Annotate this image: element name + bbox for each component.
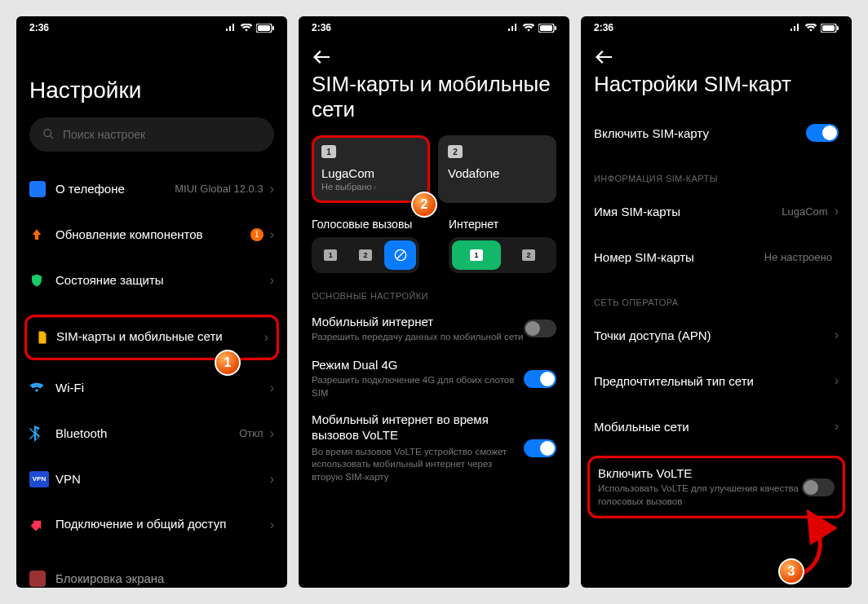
chevron-right-icon: › (835, 204, 839, 218)
row-enable-volte[interactable]: Включить VoLTE Использовать VoLTE для ул… (587, 456, 845, 518)
back-button[interactable] (594, 47, 613, 67)
sim-card-1[interactable]: 1 LugaCom Не выбрано› (312, 135, 430, 203)
row-sim-number[interactable]: Номер SIM-карты Не настроено (594, 234, 839, 280)
volte-data-toggle[interactable] (524, 439, 556, 457)
row-label: Включить SIM-карту (594, 126, 806, 140)
row-vpn[interactable]: VPN VPN › (29, 456, 274, 502)
page-title: SIM-карты и мобильные сети (312, 72, 556, 122)
data-sim-selector[interactable]: 1 2 (449, 237, 556, 273)
status-bar: 2:36 (16, 16, 287, 39)
update-icon (29, 227, 44, 242)
svg-rect-1 (258, 25, 270, 31)
chevron-right-icon: › (270, 518, 274, 532)
row-label: Состояние защиты (55, 273, 270, 287)
sim-sub: Не выбрано› (321, 182, 420, 192)
svg-rect-2 (272, 26, 274, 30)
row-lockscreen[interactable]: Блокировка экрана (29, 556, 274, 588)
signal-icon (225, 24, 237, 32)
sim-slot-badge: 1 (321, 145, 336, 158)
voice-sim-1[interactable]: 1 (315, 240, 347, 270)
back-arrow-icon (596, 51, 612, 64)
svg-rect-12 (837, 26, 839, 30)
row-volte-data[interactable]: Мобильный интернет во время вызовов VoLT… (312, 406, 556, 490)
row-sub: Разрешить передачу данных по мобильной с… (312, 331, 524, 344)
row-label: VPN (55, 472, 270, 486)
signal-icon (507, 24, 519, 32)
chevron-right-icon: › (835, 328, 839, 342)
data-sim-2[interactable]: 2 (504, 240, 553, 270)
phone-screen-settings: 2:36 Настройки Поиск настроек О телефоне… (16, 16, 287, 588)
voice-sim-selector[interactable]: 1 2 (312, 237, 419, 273)
search-icon (42, 128, 55, 140)
dual-4g-toggle[interactable] (524, 370, 556, 388)
status-time: 2:36 (594, 22, 613, 33)
row-mobile-networks[interactable]: Мобильные сети › (594, 403, 839, 449)
about-icon (29, 181, 46, 197)
row-label: Wi-Fi (55, 381, 270, 395)
wifi-icon (240, 24, 253, 33)
row-security[interactable]: Состояние защиты › (29, 258, 274, 303)
battery-icon (538, 24, 556, 33)
row-label: Предпочтительный тип сети (594, 374, 835, 388)
row-hotspot[interactable]: Подключение и общий доступ › (29, 502, 274, 548)
battery-icon (821, 24, 839, 33)
chevron-right-icon: › (270, 472, 274, 487)
row-value: Не настроено (764, 251, 832, 263)
row-label: Имя SIM-карты (594, 205, 782, 218)
sim-card-2[interactable]: 2 Vodafone (438, 135, 556, 203)
svg-rect-6 (540, 25, 552, 31)
row-value: LugaCom (782, 205, 827, 218)
chevron-right-icon: › (270, 182, 274, 196)
svg-rect-7 (555, 26, 556, 30)
row-updates[interactable]: Обновление компонентов 1 › (29, 212, 274, 258)
row-sim-name[interactable]: Имя SIM-карты LugaCom › (594, 188, 839, 234)
section-header-info: ИНФОРМАЦИЯ SIM-КАРТЫ (594, 174, 839, 183)
ask-icon (394, 249, 407, 262)
battery-icon (256, 24, 274, 33)
status-time: 2:36 (312, 22, 331, 33)
row-mobile-data[interactable]: Мобильный интернет Разрешить передачу да… (312, 306, 556, 351)
row-label: Режим Dual 4G (312, 358, 524, 372)
chevron-right-icon: › (270, 227, 274, 242)
status-icons (225, 24, 274, 33)
internet-label: Интернет (449, 218, 556, 231)
data-sim-1[interactable]: 1 (452, 240, 501, 270)
back-button[interactable] (312, 47, 331, 67)
row-value: Откл (239, 427, 264, 439)
step-marker-1: 1 (215, 350, 241, 376)
row-pref-network[interactable]: Предпочтительный тип сети › (594, 358, 839, 403)
row-bluetooth[interactable]: Bluetooth Откл › (29, 411, 274, 456)
row-about-phone[interactable]: О телефоне MIUI Global 12.0.3 › (29, 166, 274, 212)
row-label: Включить VoLTE (598, 466, 802, 480)
chevron-right-icon: › (264, 330, 268, 345)
bluetooth-icon (29, 425, 41, 442)
row-label: Мобильный интернет (312, 315, 524, 328)
row-apn[interactable]: Точки доступа (APN) › (594, 312, 839, 358)
enable-sim-toggle[interactable] (806, 124, 839, 142)
row-sim-networks[interactable]: SIM-карты и мобильные сети › 1 (24, 315, 279, 360)
row-enable-sim[interactable]: Включить SIM-карту (594, 110, 839, 156)
sim-icon (35, 330, 50, 345)
page-title: Настройки SIM-карт (594, 72, 839, 97)
volte-toggle[interactable] (802, 478, 835, 496)
status-bar: 2:36 (299, 16, 569, 39)
sim-name: LugaCom (321, 166, 420, 180)
search-input[interactable]: Поиск настроек (29, 117, 274, 152)
voice-sim-2[interactable]: 2 (350, 240, 382, 270)
mobile-data-toggle[interactable] (524, 320, 556, 337)
voice-sim-ask[interactable] (384, 240, 416, 270)
lock-icon (29, 571, 46, 587)
row-sub: Разрешить подключение 4G для обоих слото… (312, 374, 524, 399)
row-label: О телефоне (55, 182, 175, 196)
svg-line-4 (50, 135, 53, 139)
row-dual-4g[interactable]: Режим Dual 4G Разрешить подключение 4G д… (312, 351, 556, 406)
row-label: Номер SIM-карты (594, 250, 764, 264)
row-label: Точки доступа (APN) (594, 328, 835, 342)
chevron-right-icon: › (270, 426, 274, 441)
row-wifi[interactable]: Wi-Fi › (29, 365, 274, 411)
phone-screen-sim-networks: 2:36 SIM-карты и мобильные сети 1 LugaCo… (299, 16, 569, 588)
phone-screen-sim-settings: 2:36 Настройки SIM-карт Включить SIM-кар… (581, 16, 852, 588)
sim-name: Vodafone (448, 166, 547, 180)
row-label: Bluetooth (55, 426, 239, 440)
svg-point-3 (44, 130, 51, 137)
